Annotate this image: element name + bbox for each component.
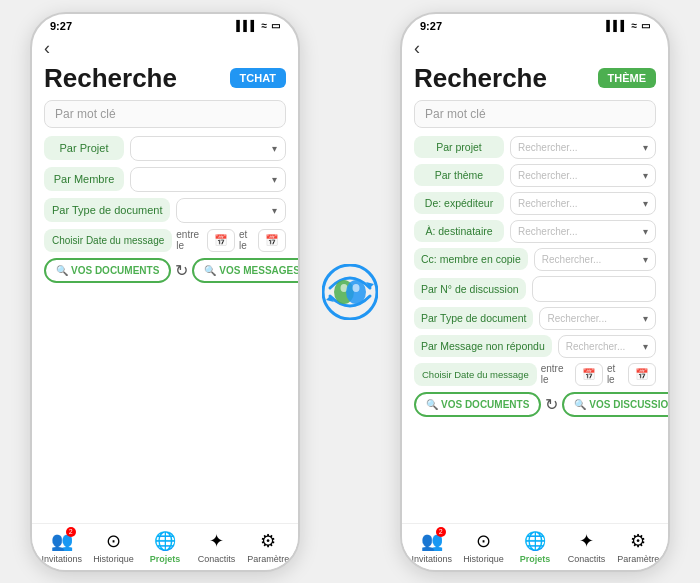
placeholder-nonrepondu-r: Rechercher... (566, 341, 625, 352)
status-bar-right: 9:27 ▌▌▌ ≈ ▭ (402, 14, 668, 34)
nav-parametre-right[interactable]: ⚙ Paramètre (612, 530, 664, 564)
filter-select-destinataire-r[interactable]: Rechercher... ▾ (510, 220, 656, 243)
signal-icons-right: ▌▌▌ ≈ ▭ (606, 20, 650, 31)
battery-icon-right: ▭ (641, 20, 650, 31)
btn-messages-left[interactable]: 🔍 VOS MESSAGES (192, 258, 298, 283)
placeholder-typedoc-r: Rechercher... (547, 313, 606, 324)
time-left: 9:27 (50, 20, 72, 32)
filter-row-theme-r: Par thème Rechercher... ▾ (414, 164, 656, 187)
filter-row-copie-r: Cc: membre en copie Rechercher... ▾ (414, 248, 656, 271)
btn-documents-right[interactable]: 🔍 VOS DOCUMENTS (414, 392, 541, 417)
svg-point-6 (353, 284, 360, 292)
date-label-left: Choisir Date du message (44, 229, 172, 252)
nav-invitations-right[interactable]: 👥 2 Invitations (406, 530, 458, 564)
btn-documents-left[interactable]: 🔍 VOS DOCUMENTS (44, 258, 171, 283)
filter-label-projet: Par Projet (44, 136, 124, 160)
filter-label-type: Par Type de document (44, 198, 170, 222)
back-button-left[interactable]: ‹ (32, 34, 298, 63)
filter-row-destinataire-r: À: destinataire Rechercher... ▾ (414, 220, 656, 243)
filter-select-copie-r[interactable]: Rechercher... ▾ (534, 248, 656, 271)
date-field-from-right[interactable]: 📅 (575, 363, 603, 386)
date-field-to-left[interactable]: 📅 (258, 229, 286, 252)
filter-row-nonrepondu-r: Par Message non répondu Rechercher... ▾ (414, 335, 656, 358)
nav-icon-historique-left: ⊙ (106, 530, 121, 552)
filter-select-theme-r[interactable]: Rechercher... ▾ (510, 164, 656, 187)
filter-label-typedoc-r: Par Type de document (414, 307, 533, 329)
badge-theme: THÈME (598, 68, 657, 88)
placeholder-expediteur-r: Rechercher... (518, 198, 577, 209)
date-row-left: Choisir Date du message entre le 📅 et le… (44, 229, 286, 252)
date-between-left: entre le (176, 229, 203, 251)
date-field-to-right[interactable]: 📅 (628, 363, 656, 386)
filter-label-membre: Par Membre (44, 167, 124, 191)
search-icon-docs: 🔍 (56, 265, 68, 276)
back-button-right[interactable]: ‹ (402, 34, 668, 63)
date-label-right: Choisir Date du message (414, 363, 537, 386)
filter-label-copie-r: Cc: membre en copie (414, 248, 528, 270)
nav-historique-left[interactable]: ⊙ Historique (88, 530, 140, 564)
nav-label-parametre-left: Paramètre (247, 554, 289, 564)
nav-label-conactits-left: Conactits (198, 554, 236, 564)
nav-historique-right[interactable]: ⊙ Historique (458, 530, 510, 564)
chevron-icon-type: ▾ (272, 205, 277, 216)
filter-select-projet[interactable]: ▾ (130, 136, 286, 161)
filter-row-projet-r: Par projet Rechercher... ▾ (414, 136, 656, 159)
date-and-left: et le (239, 229, 254, 251)
chevron-icon-projet: ▾ (272, 143, 277, 154)
chevron-typedoc-r: ▾ (643, 313, 648, 324)
refresh-icon-left[interactable]: ↻ (175, 261, 188, 280)
nav-label-projets-left: Projets (150, 554, 181, 564)
page-title-left: Recherche (44, 63, 177, 94)
nav-conactits-left[interactable]: ✦ Conactits (191, 530, 243, 564)
bottom-nav-right: 👥 2 Invitations ⊙ Historique 🌐 Projets ✦… (402, 523, 668, 570)
search-bar-left[interactable]: Par mot clé (44, 100, 286, 128)
action-row-left: 🔍 VOS DOCUMENTS ↻ 🔍 VOS MESSAGES (44, 258, 286, 283)
filter-input-discussion-r[interactable] (532, 276, 656, 302)
content-right: Par mot clé Par projet Rechercher... ▾ P… (402, 100, 668, 523)
filter-select-type[interactable]: ▾ (176, 198, 286, 223)
filter-row-expediteur-r: De: expéditeur Rechercher... ▾ (414, 192, 656, 215)
filter-row-discussion-r: Par N° de discussion (414, 276, 656, 302)
chevron-projet-r: ▾ (643, 142, 648, 153)
nav-icon-conactits-left: ✦ (209, 530, 224, 552)
filter-select-membre[interactable]: ▾ (130, 167, 286, 192)
date-and-right: et le (607, 363, 624, 385)
chevron-icon-membre: ▾ (272, 174, 277, 185)
date-between-right: entre le (541, 363, 571, 385)
filter-row-type: Par Type de document ▾ (44, 198, 286, 223)
date-inner-left: entre le 📅 et le 📅 (176, 229, 286, 252)
filter-select-nonrepondu-r[interactable]: Rechercher... ▾ (558, 335, 656, 358)
nav-icon-projets-left: 🌐 (154, 530, 176, 552)
nav-conactits-right[interactable]: ✦ Conactits (561, 530, 613, 564)
filter-select-typedoc-r[interactable]: Rechercher... ▾ (539, 307, 656, 330)
placeholder-copie-r: Rechercher... (542, 254, 601, 265)
filter-label-expediteur-r: De: expéditeur (414, 192, 504, 214)
calendar-icon-from-right: 📅 (582, 368, 596, 381)
nav-invitations-left[interactable]: 👥 2 Invitations (36, 530, 88, 564)
nav-projets-left[interactable]: 🌐 Projets (139, 530, 191, 564)
badge-tchat: TCHAT (230, 68, 286, 88)
btn-msgs-label: VOS MESSAGES (219, 265, 298, 276)
filter-select-expediteur-r[interactable]: Rechercher... ▾ (510, 192, 656, 215)
filter-label-theme-r: Par thème (414, 164, 504, 186)
right-phone: 9:27 ▌▌▌ ≈ ▭ ‹ Recherche THÈME Par mot c… (400, 12, 670, 572)
btn-discussions-right[interactable]: 🔍 VOS DISCUSSIONS (562, 392, 668, 417)
nav-label-invitations-right: Invitations (412, 554, 453, 564)
nav-projets-right[interactable]: 🌐 Projets (509, 530, 561, 564)
notif-badge-right: 2 (436, 527, 446, 537)
filter-row-projet: Par Projet ▾ (44, 136, 286, 161)
refresh-icon-right[interactable]: ↻ (545, 395, 558, 414)
nav-label-invitations-left: Invitations (42, 554, 83, 564)
bottom-nav-left: 👥 2 Invitations ⊙ Historique 🌐 Projets ✦… (32, 523, 298, 570)
nav-parametre-left[interactable]: ⚙ Paramètre (242, 530, 294, 564)
chevron-nonrepondu-r: ▾ (643, 341, 648, 352)
btn-discussions-label-r: VOS DISCUSSIONS (589, 399, 668, 410)
page-title-right: Recherche (414, 63, 547, 94)
search-bar-right[interactable]: Par mot clé (414, 100, 656, 128)
chevron-copie-r: ▾ (643, 254, 648, 265)
filter-row-typedoc-r: Par Type de document Rechercher... ▾ (414, 307, 656, 330)
date-field-from-left[interactable]: 📅 (207, 229, 235, 252)
battery-icon: ▭ (271, 20, 280, 31)
chevron-expediteur-r: ▾ (643, 198, 648, 209)
filter-select-projet-r[interactable]: Rechercher... ▾ (510, 136, 656, 159)
